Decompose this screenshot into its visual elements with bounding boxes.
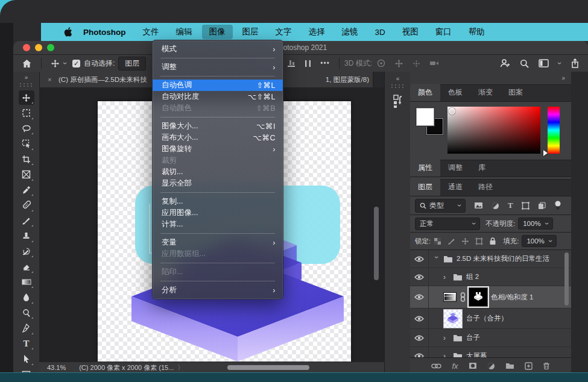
- menu-item-应用图像[interactable]: 应用图像...: [153, 207, 283, 219]
- dock-collapse-icon[interactable]: «: [396, 75, 400, 82]
- menubar-item-选择[interactable]: 选择: [302, 25, 332, 39]
- type-tool[interactable]: T: [19, 336, 34, 351]
- toolbar-grip[interactable]: [20, 83, 33, 87]
- adjustment-layer-thumbnail[interactable]: [443, 292, 457, 302]
- layer-row-大屏幕[interactable]: ›大屏幕: [410, 347, 571, 357]
- menu-item-计算[interactable]: 计算...: [153, 219, 283, 230]
- brush-tool[interactable]: [19, 213, 34, 228]
- new-layer-icon[interactable]: [525, 362, 533, 370]
- menu-item-调整[interactable]: 调整›: [153, 61, 283, 73]
- mask-link-icon[interactable]: [460, 292, 466, 302]
- menu-item-裁切[interactable]: 裁切...: [153, 166, 283, 178]
- minimize-button[interactable]: [35, 44, 42, 51]
- new-adjustment-icon[interactable]: [487, 362, 495, 370]
- pen-tool[interactable]: [19, 321, 34, 336]
- filter-adjustment-layers-icon[interactable]: [492, 202, 499, 210]
- layer-visibility-toggle[interactable]: [410, 286, 429, 308]
- panels-collapse-icon[interactable]: »: [561, 75, 565, 81]
- blend-mode-dropdown[interactable]: 正常›: [415, 218, 480, 230]
- tab-color[interactable]: 颜色: [410, 84, 440, 101]
- add-mask-icon[interactable]: [469, 362, 477, 369]
- rectangle-tool[interactable]: [19, 367, 34, 372]
- layer-name[interactable]: 台子（合并）: [466, 314, 508, 323]
- layers-scrollbar[interactable]: [564, 252, 569, 305]
- layer-thumbnail[interactable]: [443, 309, 463, 328]
- group-collapse-chevron[interactable]: ›: [443, 352, 449, 358]
- layer-visibility-toggle[interactable]: [410, 329, 429, 346]
- lasso-tool[interactable]: [19, 121, 34, 136]
- group-collapse-chevron[interactable]: ›: [443, 334, 449, 342]
- lock-position-icon[interactable]: [461, 237, 469, 245]
- marquee-tool[interactable]: [19, 106, 34, 121]
- healing-brush-tool[interactable]: [19, 198, 34, 213]
- new-group-icon[interactable]: [505, 362, 514, 369]
- history-brush-tool[interactable]: [19, 244, 34, 258]
- filter-type-layers-icon[interactable]: T: [508, 201, 513, 210]
- layer-name[interactable]: 台子: [466, 333, 480, 342]
- tab-paths[interactable]: 路径: [470, 178, 501, 196]
- layer-name[interactable]: 大屏幕: [466, 351, 487, 357]
- search-icon[interactable]: [520, 59, 529, 68]
- layer-name[interactable]: 2.5D 未来科技我们的日常生活: [457, 254, 549, 263]
- layer-row-2.5D 未来科技我们的日常生活[interactable]: ›2.5D 未来科技我们的日常生活: [410, 250, 571, 268]
- menu-item-图像大小[interactable]: 图像大小...⌥⌘I: [153, 121, 283, 132]
- dodge-tool[interactable]: [19, 305, 34, 320]
- layer-row-台子（合并）[interactable]: 台子（合并）: [410, 308, 571, 329]
- eyedropper-tool[interactable]: [19, 183, 34, 197]
- lock-artboard-icon[interactable]: [475, 237, 483, 245]
- group-collapse-chevron[interactable]: ›: [443, 273, 449, 281]
- tab-close-icon[interactable]: ×: [48, 72, 52, 87]
- color-cursor[interactable]: [449, 108, 455, 114]
- delete-layer-icon[interactable]: [543, 362, 550, 370]
- filter-smart-objects-icon[interactable]: [538, 202, 546, 210]
- tab-gradients[interactable]: 渐变: [470, 84, 501, 101]
- status-chevron[interactable]: 〉: [177, 363, 184, 372]
- menu-item-显示全部[interactable]: 显示全部: [153, 178, 283, 189]
- tab-patterns[interactable]: 图案: [501, 84, 531, 101]
- fill-dropdown[interactable]: 100%›: [522, 235, 557, 247]
- menubar-item-3D[interactable]: 3D: [368, 26, 393, 39]
- clone-stamp-tool[interactable]: [19, 229, 34, 243]
- blur-tool[interactable]: [19, 290, 34, 305]
- home-icon[interactable]: [22, 59, 32, 68]
- frame-tool[interactable]: [19, 168, 34, 182]
- eraser-tool[interactable]: [19, 260, 34, 274]
- hue-slider[interactable]: [548, 107, 560, 154]
- workspace-icon[interactable]: [539, 59, 549, 67]
- menubar-item-Photoshop[interactable]: Photoshop: [76, 26, 133, 39]
- layer-visibility-toggle[interactable]: [410, 308, 429, 328]
- zoom-level[interactable]: 43.1%: [47, 364, 66, 371]
- object-selection-tool[interactable]: [19, 137, 34, 151]
- menu-item-自动色调[interactable]: 自动色调⇧⌘L: [153, 80, 283, 91]
- close-button[interactable]: [23, 44, 30, 51]
- menubar-item-图像[interactable]: 图像: [202, 25, 233, 39]
- tab-properties[interactable]: 属性: [410, 159, 440, 177]
- account-icon[interactable]: [499, 58, 510, 68]
- menubar-item-滤镜[interactable]: 滤镜: [335, 25, 365, 39]
- menu-item-画布大小[interactable]: 画布大小...⌥⌘C: [153, 132, 283, 143]
- group-expand-chevron[interactable]: ›: [432, 256, 441, 262]
- tab-layers[interactable]: 图层: [410, 178, 440, 196]
- layer-row-台子[interactable]: ›台子: [410, 329, 571, 347]
- opacity-dropdown[interactable]: 100%›: [518, 218, 553, 230]
- workspace-chevron[interactable]: ›: [555, 62, 564, 64]
- distribute-icon[interactable]: [304, 60, 312, 67]
- menubar-item-窗口[interactable]: 窗口: [428, 25, 459, 39]
- menu-item-分析[interactable]: 分析›: [153, 284, 283, 296]
- tool-preset-chevron[interactable]: ›: [61, 62, 69, 64]
- tab-adjustments[interactable]: 调整: [440, 159, 470, 177]
- layer-visibility-toggle[interactable]: [410, 347, 429, 357]
- menu-item-图像旋转[interactable]: 图像旋转›: [153, 143, 283, 155]
- gradient-tool[interactable]: [19, 275, 34, 289]
- hue-slider-arrow[interactable]: [543, 150, 548, 156]
- layer-style-icon[interactable]: fx: [452, 362, 458, 371]
- tab-channels[interactable]: 通道: [440, 178, 470, 196]
- layer-visibility-toggle[interactable]: [410, 250, 429, 268]
- layer-visibility-toggle[interactable]: [410, 268, 429, 286]
- move-tool-icon[interactable]: [51, 59, 60, 68]
- lock-all-icon[interactable]: [489, 237, 496, 245]
- menubar-item-视图[interactable]: 视图: [395, 25, 426, 39]
- layer-row-色相/饱和度 1[interactable]: 色相/饱和度 1: [410, 286, 571, 308]
- layer-name[interactable]: 组 2: [466, 272, 479, 281]
- canvas-horizontal-scrollbar[interactable]: [227, 365, 309, 370]
